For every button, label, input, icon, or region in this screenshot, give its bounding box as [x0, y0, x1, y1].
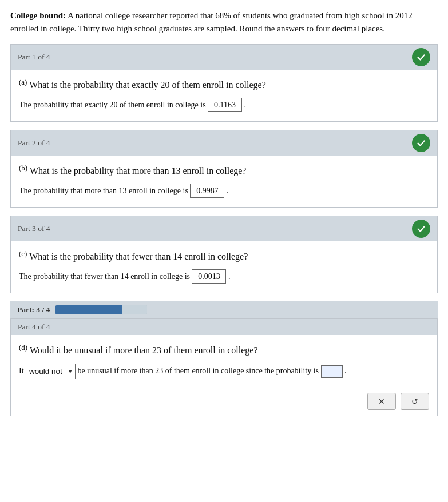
- part1-answer-prefix: The probability that exactly 20 of them …: [19, 101, 206, 109]
- bottom-buttons: ✕ ↺: [11, 388, 437, 416]
- would-not-dropdown-wrapper[interactable]: would not would: [26, 364, 76, 379]
- intro-text: College bound: A national college resear…: [10, 9, 438, 36]
- part1-label: Part 1 of 4: [18, 53, 50, 62]
- part2-answer-prefix: The probability that more than 13 enroll…: [19, 186, 188, 195]
- part4-body: (d) Would it be unusual if more than 23 …: [11, 335, 437, 388]
- part3-block: Part 3 of 4 (c) What is the probability …: [10, 216, 438, 293]
- progress-bar-filled: [55, 305, 121, 314]
- part2-question-text: What is the probability that more than 1…: [27, 166, 246, 176]
- clear-button[interactable]: ✕: [367, 393, 396, 410]
- part2-body: (b) What is the probability that more th…: [11, 156, 437, 207]
- part2-check-icon: [412, 134, 430, 152]
- intro-bold: College bound:: [10, 11, 66, 20]
- progress-bar-empty: [122, 305, 148, 314]
- intro-rest: A national college researcher reported t…: [10, 11, 413, 33]
- part2-block: Part 2 of 4 (b) What is the probability …: [10, 130, 438, 208]
- part3-label: Part 3 of 4: [18, 224, 50, 233]
- part2-answer: The probability that more than 13 enroll…: [19, 184, 429, 198]
- part3-check-icon: [412, 220, 430, 238]
- part2-letter: (b): [19, 164, 27, 172]
- part4-label: Part 4 of 4: [18, 322, 50, 332]
- progress-label: Part: 3 / 4: [17, 305, 50, 314]
- part2-answer-box: 0.9987: [190, 184, 224, 198]
- part3-answer-box: 0.0013: [192, 269, 226, 284]
- reset-button[interactable]: ↺: [401, 393, 429, 410]
- part1-answer-box: 0.1163: [208, 98, 242, 112]
- part1-question: (a) What is the probability that exactly…: [19, 77, 429, 92]
- part3-answer: The probability that fewer than 14 enrol…: [19, 269, 429, 284]
- part4-period: .: [344, 366, 347, 375]
- part4-prob-box[interactable]: [321, 365, 343, 378]
- part1-letter: (a): [19, 78, 27, 86]
- part3-question-text: What is the probability that fewer than …: [27, 252, 248, 261]
- part4-block: Part 4 of 4 (d) Would it be unusual if m…: [10, 318, 438, 416]
- part4-header: Part 4 of 4: [11, 319, 437, 335]
- part4-answer-line: It would not would be unusual if more th…: [19, 364, 429, 379]
- progress-bar: [55, 305, 147, 314]
- part3-letter: (c): [19, 249, 27, 258]
- part3-answer-suffix: .: [228, 272, 231, 281]
- part1-check-icon: [412, 48, 430, 66]
- part1-answer: The probability that exactly 20 of them …: [19, 98, 429, 112]
- part1-block: Part 1 of 4 (a) What is the probability …: [10, 44, 438, 122]
- would-not-dropdown[interactable]: would not would: [26, 366, 75, 377]
- part2-answer-suffix: .: [227, 186, 229, 195]
- page-container: College bound: A national college resear…: [0, 0, 448, 433]
- part4-text-before: It: [19, 366, 24, 375]
- part2-header: Part 2 of 4: [11, 130, 437, 156]
- part2-label: Part 2 of 4: [18, 138, 50, 148]
- part1-header: Part 1 of 4: [11, 45, 437, 70]
- part3-body: (c) What is the probability that fewer t…: [11, 241, 437, 293]
- part4-question-text: Would it be unusual if more than 23 of t…: [27, 346, 257, 356]
- part1-body: (a) What is the probability that exactly…: [11, 70, 437, 121]
- part1-question-text: What is the probability that exactly 20 …: [27, 80, 265, 90]
- part3-question: (c) What is the probability that fewer t…: [19, 248, 429, 264]
- progress-block: Part: 3 / 4: [10, 301, 438, 318]
- part4-question: (d) Would it be unusual if more than 23 …: [19, 342, 429, 357]
- part3-answer-prefix: The probability that fewer than 14 enrol…: [19, 272, 190, 281]
- part3-header: Part 3 of 4: [11, 216, 437, 241]
- part4-letter: (d): [19, 343, 27, 352]
- part1-answer-suffix: .: [244, 101, 247, 109]
- part2-question: (b) What is the probability that more th…: [19, 162, 429, 178]
- part4-text-after: be unusual if more than 23 of them enrol…: [78, 366, 319, 375]
